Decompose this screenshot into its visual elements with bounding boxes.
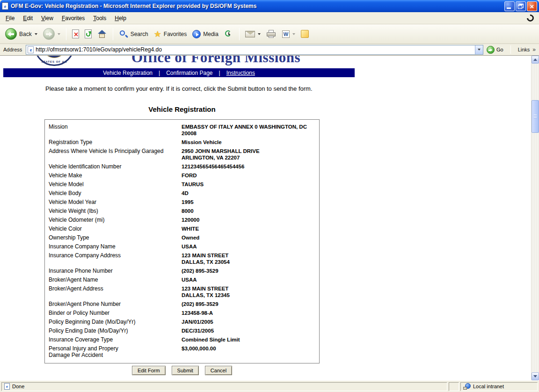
field-value: JAN/01/2005 <box>182 319 319 325</box>
nav-item-vehicle-registration[interactable]: Vehicle Registration <box>101 70 154 76</box>
go-icon <box>487 46 495 54</box>
history-button[interactable] <box>222 28 236 40</box>
media-label: Media <box>203 31 219 37</box>
home-button[interactable] <box>95 28 109 40</box>
address-input[interactable]: e http://ofmsntsorw1:7010/eGov/app/vehic… <box>26 45 483 55</box>
table-row: Binder or Policy Number123458-98-A <box>45 310 319 316</box>
toolbar-separator <box>113 28 113 40</box>
nav-item-instructions[interactable]: Instructions <box>225 70 257 76</box>
menu-tools[interactable]: Tools <box>89 14 110 23</box>
refresh-icon <box>85 29 92 38</box>
throbber-icon <box>525 13 535 23</box>
address-url[interactable]: http://ofmsntsorw1:7010/eGov/app/vehicle… <box>36 46 473 53</box>
close-button[interactable]: × <box>527 1 537 11</box>
go-button[interactable]: Go <box>485 45 506 54</box>
media-button[interactable]: Media <box>190 29 221 40</box>
scroll-down-button[interactable] <box>532 372 539 380</box>
edit-form-button[interactable]: Edit Form <box>132 366 166 375</box>
forward-button[interactable] <box>41 27 63 41</box>
security-zone-panel: Local intranet <box>460 382 538 391</box>
page-title: Vehicle Registration <box>44 105 320 113</box>
menu-view[interactable]: View <box>37 14 58 23</box>
table-row: Insurance Company Address123 MAIN STREET… <box>45 252 319 265</box>
table-row: Vehicle MakeFORD <box>45 172 319 179</box>
scroll-up-button[interactable] <box>532 56 539 64</box>
table-row: Vehicle Identification Number12123456545… <box>45 163 319 170</box>
stop-button[interactable]: × <box>70 28 81 40</box>
table-row: Policy Beginning Date (Mo/Day/Yr)JAN/01/… <box>45 319 319 325</box>
restore-button[interactable] <box>516 1 526 11</box>
field-value: USAA <box>182 276 319 283</box>
print-button[interactable] <box>264 29 279 40</box>
submit-button[interactable]: Submit <box>172 366 199 375</box>
print-icon <box>266 30 277 38</box>
field-label: Broker/Agent Name <box>45 276 182 283</box>
table-row: Personal Injury and Propery Damage Per A… <box>45 345 319 358</box>
field-value: Owned <box>182 234 319 241</box>
table-row: Vehicle ModelTAURUS <box>45 181 319 188</box>
back-dropdown-icon[interactable] <box>35 33 37 35</box>
fields-table: MissionEMBASSY OF ITALY ANNEX 0 WASHINGT… <box>44 119 320 363</box>
table-row: Vehicle Odometer (mi)120000 <box>45 217 319 223</box>
menu-favorites[interactable]: Favorites <box>58 14 89 23</box>
favorites-star-icon: ★ <box>154 29 161 39</box>
window-controls: × <box>504 1 537 11</box>
site-title: Office of Foreign Missions <box>131 56 300 65</box>
status-message-panel: e Done <box>1 382 447 391</box>
page-nav: Vehicle Registration|Confirmation Page|I… <box>3 68 355 77</box>
field-value: 121234565456465454456 <box>182 163 319 170</box>
menu-file[interactable]: File <box>1 14 19 23</box>
scrollbar-track[interactable] <box>532 64 539 372</box>
menu-edit[interactable]: Edit <box>19 14 37 23</box>
history-icon <box>224 29 233 39</box>
discuss-button[interactable] <box>299 29 311 39</box>
confirmation-instructions-text: Please take a moment to confirm your ent… <box>45 85 313 92</box>
vertical-scrollbar[interactable] <box>531 56 539 380</box>
table-row: Registration TypeMission Vehicle <box>45 139 319 145</box>
cancel-button[interactable]: Cancel <box>205 366 232 375</box>
menu-help[interactable]: Help <box>110 14 131 23</box>
field-label: Insurance Company Name <box>45 243 182 250</box>
minimize-icon <box>507 7 511 9</box>
nav-item-confirmation-page[interactable]: Confirmation Page <box>164 70 214 76</box>
table-row: Address Where Vehicle Is Principally Gar… <box>45 148 319 161</box>
toolbar-separator <box>66 28 66 40</box>
table-row: Broker/Agent NameUSAA <box>45 276 319 283</box>
mail-dropdown-icon[interactable] <box>258 33 261 35</box>
zone-text: Local intranet <box>473 384 504 389</box>
field-label: Binder or Policy Number <box>45 310 182 316</box>
field-label: Broker/Agent Phone Number <box>45 301 182 307</box>
field-label: Registration Type <box>45 139 182 145</box>
field-value: Combined Single Limit <box>182 336 319 343</box>
links-label[interactable]: Links <box>515 47 531 52</box>
thumb-grip-icon <box>534 115 537 118</box>
search-button[interactable]: Search <box>117 28 151 40</box>
favorites-button[interactable]: ★ Favorites <box>152 28 189 40</box>
address-dropdown-button[interactable] <box>475 45 483 54</box>
field-value: $3,000,000.00 <box>182 345 319 352</box>
table-row: Insurance Company NameUSAA <box>45 243 319 250</box>
close-icon: × <box>530 3 534 10</box>
title-bar[interactable]: e OFM E-Gov: Vehicle Registration - Micr… <box>0 0 539 12</box>
field-value: DEC/31/2005 <box>182 327 319 334</box>
content-area: STATES OF AM Office of Foreign Missions … <box>0 56 539 380</box>
refresh-button[interactable] <box>82 28 94 40</box>
search-icon <box>119 29 128 39</box>
back-label: Back <box>19 31 32 37</box>
toolbar-separator <box>239 28 240 40</box>
minimize-button[interactable] <box>504 1 515 11</box>
address-separator <box>510 45 511 54</box>
page-favicon-icon: e <box>28 46 34 53</box>
mail-icon <box>245 31 255 37</box>
field-value: 8000 <box>182 208 319 214</box>
back-button[interactable]: Back <box>3 27 40 41</box>
table-row: Ownership TypeOwned <box>45 234 319 241</box>
edit-with-word-button[interactable]: W <box>280 29 298 39</box>
table-row: Insurance Coverage TypeCombined Single L… <box>45 336 319 343</box>
scrollbar-thumb[interactable] <box>532 100 539 133</box>
mail-button[interactable] <box>243 29 263 39</box>
arrow-up-icon <box>533 58 537 61</box>
links-chevron-icon[interactable]: » <box>532 46 538 53</box>
field-value: FORD <box>182 172 319 179</box>
field-label: Vehicle Make <box>45 172 182 179</box>
